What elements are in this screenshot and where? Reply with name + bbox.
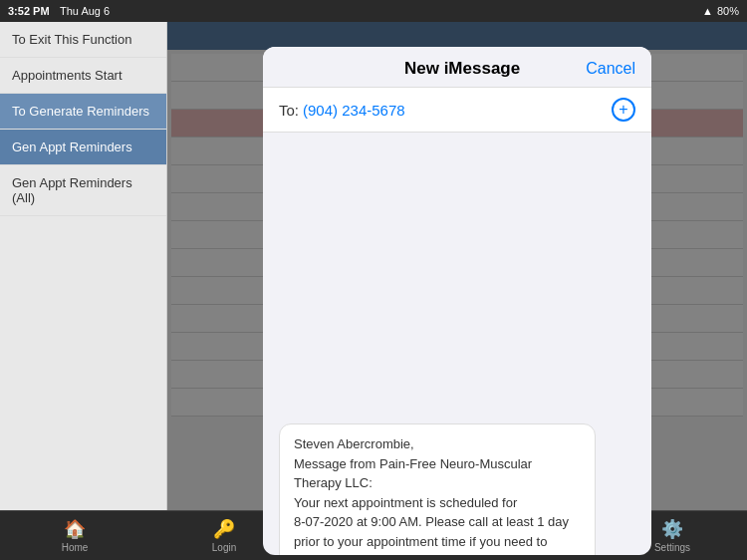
modal-header: New iMessage Cancel xyxy=(263,47,651,88)
sidebar-item-exit[interactable]: To Exit This Function xyxy=(0,22,166,58)
modal-to-row: To: (904) 234-5678 + xyxy=(263,88,651,133)
sidebar-item-generate[interactable]: To Generate Reminders xyxy=(0,94,166,130)
sidebar-item-start[interactable]: Appointments Start xyxy=(0,58,166,94)
battery-text: 80% xyxy=(717,5,739,17)
tab-home[interactable]: 🏠 Home xyxy=(35,518,115,553)
home-icon: 🏠 xyxy=(64,518,86,540)
modal-cancel-button[interactable]: Cancel xyxy=(586,60,635,78)
message-text: Steven Abercrombie, Message from Pain-Fr… xyxy=(294,436,569,555)
tab-home-label: Home xyxy=(62,542,89,553)
main-layout: To Exit This Function Appointments Start… xyxy=(0,22,747,510)
modal-add-button[interactable]: + xyxy=(612,98,635,122)
status-date: Thu Aug 6 xyxy=(60,5,110,17)
tab-login[interactable]: 🔑 Login xyxy=(184,518,264,553)
login-icon: 🔑 xyxy=(213,518,235,540)
sidebar-item-gen-all[interactable]: Gen Appt Reminders (All) xyxy=(0,165,166,216)
modal-to-label: To: xyxy=(279,102,299,119)
message-bubble[interactable]: Steven Abercrombie, Message from Pain-Fr… xyxy=(279,423,596,555)
modal-body xyxy=(263,133,651,412)
status-icons: ▲ 80% xyxy=(702,5,739,17)
tab-login-label: Login xyxy=(212,542,236,553)
status-bar: 3:52 PM Thu Aug 6 ▲ 80% xyxy=(0,0,747,22)
status-time-date: 3:52 PM xyxy=(8,5,50,17)
tab-settings-label: Settings xyxy=(654,542,690,553)
wifi-icon: ▲ xyxy=(702,5,713,17)
modal-message-area: Steven Abercrombie, Message from Pain-Fr… xyxy=(263,412,651,555)
modal-imessage: New iMessage Cancel To: (904) 234-5678 +… xyxy=(263,47,651,555)
sidebar-item-gen-appt[interactable]: Gen Appt Reminders xyxy=(0,130,166,165)
settings-icon: ⚙️ xyxy=(661,518,683,540)
sidebar: To Exit This Function Appointments Start… xyxy=(0,22,167,510)
modal-title: New iMessage xyxy=(339,59,586,79)
modal-to-number[interactable]: (904) 234-5678 xyxy=(303,102,612,119)
modal-overlay: New iMessage Cancel To: (904) 234-5678 +… xyxy=(167,22,747,510)
content-area: New iMessage Cancel To: (904) 234-5678 +… xyxy=(167,22,747,510)
